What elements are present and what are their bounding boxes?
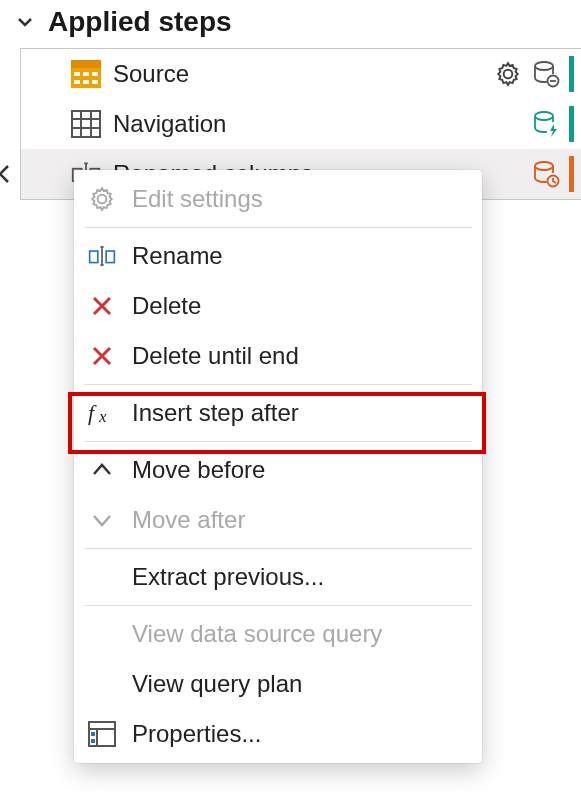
fx-icon: f x [88,399,116,427]
menu-separator [84,548,472,549]
menu-label: Move before [132,456,265,484]
applied-steps-title: Applied steps [48,6,232,38]
svg-point-25 [535,162,553,170]
svg-rect-4 [92,72,98,76]
menu-label: Edit settings [132,185,263,213]
svg-point-8 [535,62,553,70]
step-label: Navigation [113,110,519,138]
svg-rect-27 [90,251,98,263]
gear-icon [88,185,116,213]
source-icon [71,59,101,89]
menu-label: Extract previous... [132,563,324,591]
step-context-menu: Edit settings Rename Delete Delete until… [74,170,482,763]
chevron-down-icon [88,506,116,534]
svg-rect-3 [83,72,89,76]
svg-rect-5 [74,80,80,84]
menu-item-view-data-source-query: View data source query [74,609,482,659]
rename-icon [88,242,116,270]
menu-item-extract-previous[interactable]: Extract previous... [74,552,482,602]
database-clock-icon [531,159,561,189]
svg-text:f: f [88,400,97,425]
svg-rect-6 [83,80,89,84]
menu-label: Insert step after [132,399,299,427]
menu-label: Move after [132,506,245,534]
svg-rect-2 [74,72,80,76]
gear-icon[interactable] [493,59,523,89]
menu-item-view-query-plan[interactable]: View query plan [74,659,482,709]
menu-separator [84,441,472,442]
delete-step-icon[interactable] [0,161,13,187]
menu-item-properties[interactable]: Properties... [74,709,482,759]
step-label: Source [113,60,481,88]
status-bar [569,56,574,92]
menu-item-insert-step-after[interactable]: f x Insert step after [74,388,482,438]
svg-rect-42 [91,739,95,743]
step-row-navigation[interactable]: Navigation [21,99,581,149]
svg-point-16 [535,112,553,120]
svg-text:x: x [98,407,107,426]
menu-separator [84,605,472,606]
blank-icon [88,670,116,698]
svg-rect-1 [71,60,101,68]
menu-label: Delete until end [132,342,299,370]
properties-icon [88,720,116,748]
svg-rect-41 [91,732,95,736]
x-icon [88,292,116,320]
chevron-up-icon [88,456,116,484]
menu-item-delete[interactable]: Delete [74,281,482,331]
database-bolt-icon [531,109,561,139]
status-bar [569,106,574,142]
svg-rect-7 [92,80,98,84]
menu-separator [84,227,472,228]
menu-label: View query plan [132,670,302,698]
blank-icon [88,563,116,591]
menu-item-move-after: Move after [74,495,482,545]
menu-item-edit-settings: Edit settings [74,174,482,224]
database-remove-icon [531,59,561,89]
svg-rect-28 [106,251,114,263]
chevron-down-icon [14,11,36,33]
menu-item-move-before[interactable]: Move before [74,445,482,495]
step-row-source[interactable]: Source [21,49,581,99]
menu-item-rename[interactable]: Rename [74,231,482,281]
blank-icon [88,620,116,648]
menu-label: View data source query [132,620,382,648]
menu-label: Properties... [132,720,261,748]
svg-marker-17 [550,124,557,137]
menu-label: Rename [132,242,223,270]
applied-steps-header[interactable]: Applied steps [0,0,581,48]
svg-rect-11 [72,111,100,137]
menu-separator [84,384,472,385]
status-bar [569,156,574,192]
menu-label: Delete [132,292,201,320]
table-icon [71,109,101,139]
x-icon [88,342,116,370]
menu-item-delete-until-end[interactable]: Delete until end [74,331,482,381]
